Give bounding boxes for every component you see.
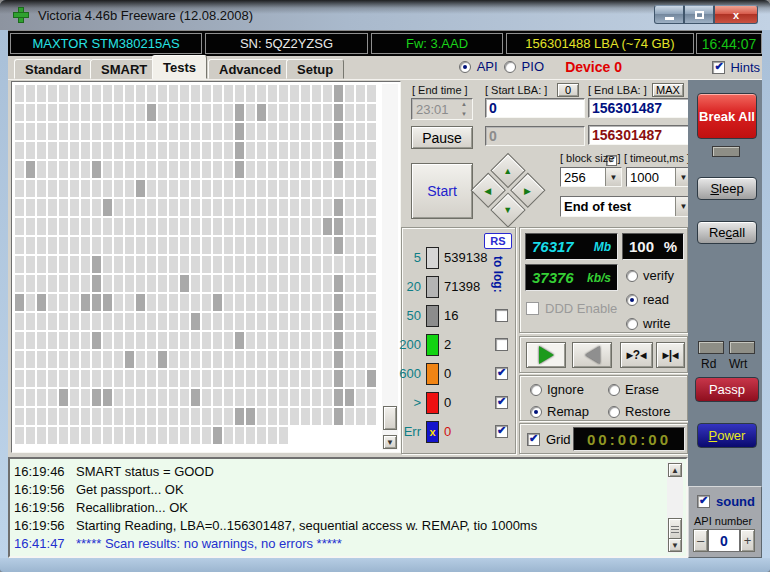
pause-button[interactable]: Pause bbox=[411, 126, 473, 149]
spin-down-icon[interactable]: ▼ bbox=[456, 109, 472, 119]
block-cell bbox=[147, 85, 156, 102]
block-cell bbox=[257, 237, 266, 254]
block-cell bbox=[279, 123, 288, 140]
grid-checkbox[interactable] bbox=[527, 433, 540, 446]
recall-button[interactable]: Recall bbox=[697, 221, 757, 244]
radio-dot[interactable] bbox=[608, 384, 620, 396]
scroll-up-button[interactable]: ▲ bbox=[668, 463, 682, 477]
radio-dot[interactable] bbox=[608, 406, 620, 418]
tab-setup[interactable]: Setup bbox=[286, 59, 344, 79]
block-cell bbox=[92, 85, 101, 102]
max-lba-button[interactable]: MAX bbox=[652, 83, 684, 97]
block-cell bbox=[48, 332, 57, 349]
block-cell bbox=[301, 199, 310, 216]
radio-verify[interactable]: verify bbox=[626, 268, 674, 283]
radio-erase[interactable]: Erase bbox=[608, 382, 671, 397]
block-cell bbox=[301, 104, 310, 121]
block-cell bbox=[125, 218, 134, 235]
rewind-button[interactable] bbox=[572, 342, 612, 368]
pio-radio[interactable] bbox=[504, 61, 516, 73]
sleep-button[interactable]: Sleep bbox=[697, 177, 757, 200]
break-all-button[interactable]: Break All bbox=[697, 93, 757, 139]
zero-lba-button[interactable]: 0 bbox=[557, 83, 579, 97]
ddd-enable[interactable]: DDD Enable bbox=[526, 301, 617, 316]
counter-log-checkbox[interactable] bbox=[495, 309, 508, 322]
block-cell bbox=[81, 180, 90, 197]
block-cell bbox=[235, 237, 244, 254]
sound-toggle[interactable]: sound bbox=[697, 494, 755, 509]
block-cell bbox=[323, 199, 332, 216]
block-cell bbox=[125, 199, 134, 216]
block-cell bbox=[235, 275, 244, 292]
block-cell bbox=[202, 218, 211, 235]
end-time-spinner[interactable]: 23:01 ▲▼ bbox=[411, 98, 473, 120]
block-cell bbox=[367, 313, 376, 330]
window-frame-bottom bbox=[0, 558, 770, 572]
speed-panel: 76317Mb 100% 37376kb/s DDD Enable verify… bbox=[519, 227, 688, 333]
tab-smart[interactable]: SMART bbox=[90, 59, 158, 79]
play-button[interactable] bbox=[526, 342, 566, 368]
block-size-select[interactable]: 256 ▼ bbox=[560, 167, 622, 187]
radio-remap[interactable]: Remap bbox=[530, 404, 608, 419]
passport-button[interactable]: Passp bbox=[695, 377, 759, 402]
log-scrollbar[interactable]: ▲ ▼ bbox=[667, 462, 683, 553]
tab-advanced[interactable]: Advanced bbox=[208, 59, 292, 79]
start-button[interactable]: Start bbox=[411, 163, 473, 219]
block-cell bbox=[81, 351, 90, 368]
increment-button[interactable]: + bbox=[740, 529, 755, 552]
scrollbar-thumb[interactable] bbox=[668, 518, 682, 540]
radio-dot[interactable] bbox=[530, 384, 542, 396]
counter-log-checkbox[interactable] bbox=[495, 425, 508, 438]
block-cell bbox=[147, 370, 156, 387]
block-cell bbox=[15, 275, 24, 292]
block-cell bbox=[59, 332, 68, 349]
block-cell bbox=[15, 256, 24, 273]
seek-end-button[interactable]: ▸|◂ bbox=[656, 342, 685, 368]
spin-up-icon[interactable]: ▲ bbox=[456, 99, 472, 109]
counter-row-5: 5539138 bbox=[402, 247, 515, 271]
radio-dot[interactable] bbox=[626, 318, 638, 330]
radio-dot[interactable] bbox=[530, 406, 542, 418]
block-cell bbox=[114, 351, 123, 368]
radio-restore[interactable]: Restore bbox=[608, 404, 671, 419]
block-cell bbox=[257, 294, 266, 311]
block-cell bbox=[334, 389, 343, 406]
timeout-select[interactable]: 1000 ▼ bbox=[626, 167, 692, 187]
block-cell bbox=[147, 161, 156, 178]
ddd-checkbox[interactable] bbox=[526, 302, 539, 315]
decrement-button[interactable]: – bbox=[693, 529, 708, 552]
counter-log-checkbox[interactable] bbox=[495, 396, 508, 409]
hints-checkbox[interactable] bbox=[712, 61, 725, 74]
tab-tests[interactable]: Tests bbox=[152, 55, 207, 79]
block-cell bbox=[70, 275, 79, 292]
after-test-select[interactable]: End of test ▼ bbox=[560, 196, 692, 217]
radio-read[interactable]: read bbox=[626, 292, 674, 307]
tab-standard[interactable]: Standard bbox=[14, 59, 92, 79]
radio-dot[interactable] bbox=[626, 270, 638, 282]
power-button[interactable]: Power bbox=[697, 423, 757, 448]
dropdown-arrow-icon[interactable]: ▼ bbox=[605, 168, 621, 186]
block-cell bbox=[301, 180, 310, 197]
radio-ignore[interactable]: Ignore bbox=[530, 382, 608, 397]
block-cell bbox=[26, 142, 35, 159]
window-frame-right bbox=[762, 30, 770, 558]
start-lba-input[interactable]: 0 bbox=[485, 98, 585, 118]
counter-log-checkbox[interactable] bbox=[495, 367, 508, 380]
seek-error-button[interactable]: ▸?◂ bbox=[620, 342, 653, 368]
sound-checkbox[interactable] bbox=[697, 495, 710, 508]
grid-toggle[interactable]: Grid bbox=[527, 432, 571, 447]
counter-log-checkbox[interactable] bbox=[495, 338, 508, 351]
minimize-button[interactable] bbox=[654, 5, 684, 24]
close-button[interactable]: x bbox=[714, 5, 758, 24]
block-cell bbox=[103, 123, 112, 140]
end-lba-input[interactable]: 156301487 bbox=[588, 98, 694, 118]
radio-dot[interactable] bbox=[626, 294, 638, 306]
radio-write[interactable]: write bbox=[626, 316, 674, 331]
scroll-down-button[interactable]: ▼ bbox=[668, 538, 682, 552]
block-cell bbox=[15, 218, 24, 235]
api-radio[interactable] bbox=[459, 61, 471, 73]
block-cell bbox=[136, 237, 145, 254]
block-cell bbox=[48, 85, 57, 102]
block-cell bbox=[279, 199, 288, 216]
maximize-button[interactable] bbox=[684, 5, 714, 24]
